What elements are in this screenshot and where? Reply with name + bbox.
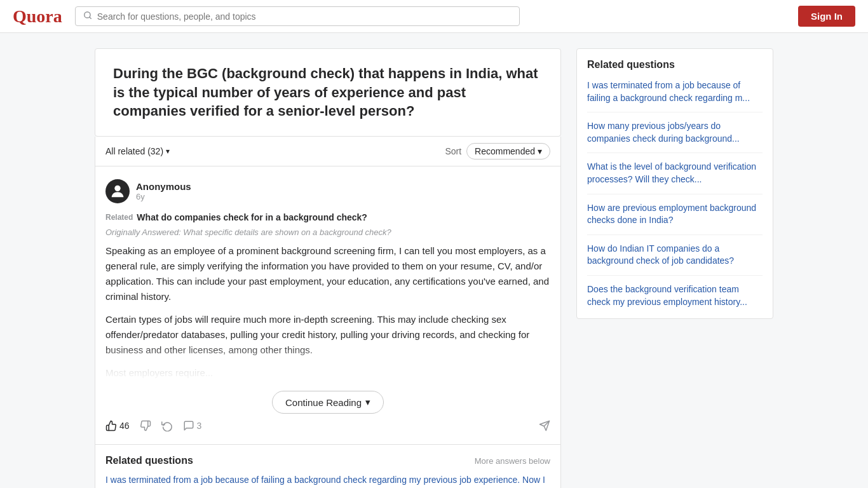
originally-answered: Originally Answered: What specific detai… — [105, 227, 550, 237]
header-right: Sign In — [798, 6, 855, 27]
sort-dropdown[interactable]: Recommended ▾ — [466, 143, 550, 159]
list-item: Does the background verification team ch… — [587, 283, 763, 308]
related-links-list: I was terminated from a job because of f… — [105, 474, 550, 488]
sidebar: Related questions I was terminated from … — [576, 48, 773, 488]
comment-button[interactable]: 3 — [183, 420, 202, 431]
sidebar-link-6[interactable]: Does the background verification team ch… — [587, 283, 763, 308]
answer-card: Anonymous 6y Related What do companies c… — [95, 166, 561, 445]
related-section-title: Related questions — [105, 455, 193, 466]
author-info: Anonymous 6y — [136, 181, 191, 201]
related-section-header: Related questions More answers below — [105, 455, 550, 466]
sidebar-link-5[interactable]: How do Indian IT companies do a backgrou… — [587, 243, 763, 268]
sidebar-link-3[interactable]: What is the level of background verifica… — [587, 161, 763, 186]
comment-count: 3 — [197, 421, 202, 431]
list-item: How many previous jobs/years do companie… — [587, 120, 763, 153]
more-answers-label: More answers below — [475, 456, 550, 466]
main-column: During the BGC (background check) that h… — [95, 48, 561, 488]
answer-para-2: Certain types of jobs will require much … — [105, 312, 550, 358]
more-options-button[interactable] — [539, 420, 550, 431]
answer-body-wrap: Speaking as an employee of a prominent b… — [105, 243, 550, 381]
answer-body: Speaking as an employee of a prominent b… — [105, 243, 550, 381]
question-title: During the BGC (background check) that h… — [113, 64, 543, 121]
reaction-bar: 46 3 — [105, 414, 550, 434]
upvote-button[interactable]: 46 — [105, 420, 130, 431]
related-link-1[interactable]: I was terminated from a job because of f… — [105, 475, 545, 488]
sort-area: Sort Recommended ▾ — [445, 143, 550, 159]
list-item: I was terminated from a job because of f… — [587, 79, 763, 112]
svg-point-2 — [114, 186, 120, 191]
related-section-inner: Related questions More answers below I w… — [95, 445, 561, 488]
author-name: Anonymous — [136, 181, 191, 192]
avatar — [105, 179, 130, 203]
list-item: How do Indian IT companies do a backgrou… — [587, 243, 763, 276]
upvote-count: 46 — [119, 421, 130, 431]
answer-author: Anonymous 6y — [105, 179, 550, 203]
sidebar-title: Related questions — [587, 59, 763, 71]
header: Quora Sign In — [0, 0, 868, 33]
sidebar-link-4[interactable]: How are previous employment background c… — [587, 202, 763, 227]
svg-line-1 — [89, 17, 91, 19]
search-bar — [75, 6, 520, 26]
all-related-label: All related (32) — [105, 146, 163, 156]
related-tag: Related What do companies check for in a… — [105, 212, 367, 222]
chevron-down-icon: ▾ — [538, 146, 542, 156]
page-content: During the BGC (background check) that h… — [85, 33, 783, 488]
sidebar-link-1[interactable]: I was terminated from a job because of f… — [587, 79, 763, 104]
answer-para-1: Speaking as an employee of a prominent b… — [105, 243, 550, 304]
question-card: During the BGC (background check) that h… — [95, 48, 561, 137]
quora-logo[interactable]: Quora — [13, 6, 62, 27]
continue-reading-label: Continue Reading — [285, 397, 362, 408]
search-input[interactable] — [97, 11, 512, 22]
sidebar-links-list: I was terminated from a job because of f… — [587, 79, 763, 308]
sidebar-card: Related questions I was terminated from … — [576, 48, 773, 319]
answer-para-3: Most employers require... — [105, 365, 550, 381]
downvote-button[interactable] — [140, 420, 151, 431]
related-question-link[interactable]: What do companies check for in a backgro… — [137, 212, 367, 222]
sign-in-button[interactable]: Sign In — [798, 6, 855, 27]
author-time: 6y — [136, 192, 191, 201]
sort-value: Recommended — [475, 146, 535, 156]
search-icon — [83, 11, 92, 22]
related-label: Related — [105, 213, 133, 222]
all-related-toggle[interactable]: All related (32) ▾ — [105, 146, 170, 156]
share-button[interactable] — [161, 420, 173, 431]
list-item: What is the level of background verifica… — [587, 161, 763, 194]
list-item: I was terminated from a job because of f… — [105, 474, 550, 488]
answers-bar: All related (32) ▾ Sort Recommended ▾ — [95, 137, 561, 166]
continue-reading-button[interactable]: Continue Reading ▾ — [272, 391, 384, 414]
sidebar-link-2[interactable]: How many previous jobs/years do companie… — [587, 120, 763, 145]
sort-label: Sort — [445, 146, 461, 156]
chevron-down-icon: ▾ — [365, 396, 370, 408]
list-item: How are previous employment background c… — [587, 202, 763, 235]
chevron-down-icon: ▾ — [166, 147, 170, 156]
